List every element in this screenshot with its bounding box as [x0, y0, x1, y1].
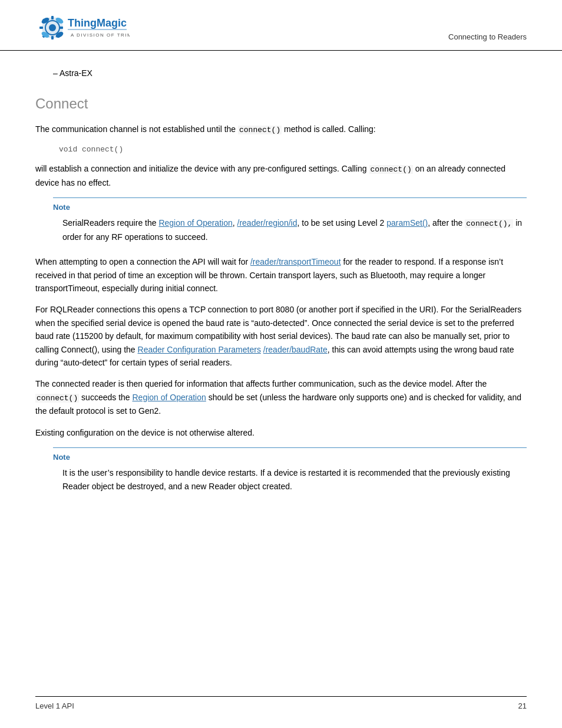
content: Astra-EX Connect The communication chann…: [0, 62, 562, 528]
note-box-1: Note SerialReaders require the Region of…: [53, 197, 527, 243]
para-connect-4: For RQLReader connections this opens a T…: [35, 303, 527, 369]
link-region-operation-1[interactable]: Region of Operation: [158, 218, 232, 228]
svg-point-2: [49, 24, 56, 31]
footer-left: Level 1 API: [35, 701, 74, 710]
note1-comma: ,: [233, 218, 237, 228]
svg-rect-6: [59, 27, 63, 29]
para5-prefix: The connected reader is then queried for…: [35, 379, 487, 388]
code-block-void-connect: void connect(): [59, 145, 527, 154]
footer-right: 21: [518, 701, 527, 710]
para2-prefix: will establish a connection and initiali…: [35, 164, 369, 173]
note-content-1: SerialReaders require the Region of Oper…: [62, 216, 527, 243]
logo-area: ThingMagic A DIVISION OF TRIMBLE: [35, 12, 130, 44]
para-connect-2: will establish a connection and initiali…: [35, 162, 527, 189]
connect-heading: Connect: [35, 95, 527, 112]
header: ThingMagic A DIVISION OF TRIMBLE Connect…: [0, 0, 562, 51]
note1-text-mid: , to be set using Level 2: [297, 218, 386, 228]
para5-mid: succeeds the: [79, 393, 132, 402]
para1-suffix: method is called. Calling:: [282, 124, 376, 134]
code-connect: connect(): [238, 126, 282, 134]
svg-rect-4: [51, 36, 54, 39]
svg-text:A DIVISION OF TRIMBLE: A DIVISION OF TRIMBLE: [71, 32, 130, 38]
footer: Level 1 API 21: [35, 696, 527, 710]
note1-text-prefix: SerialReaders require the: [62, 218, 158, 228]
para-connect-6: Existing configuration on the device is …: [35, 426, 527, 439]
para-connect-5: The connected reader is then queried for…: [35, 377, 527, 418]
note-label-2: Note: [53, 453, 527, 462]
link-paramset[interactable]: paramSet(): [386, 218, 428, 228]
note-label-1: Note: [53, 203, 527, 212]
link-reader-config-params[interactable]: Reader Configuration Parameters: [138, 345, 261, 354]
code-connect-2: connect(): [369, 165, 413, 174]
link-reader-region-id[interactable]: /reader/region/id: [237, 218, 297, 228]
bullet-astra-ex: Astra-EX: [53, 68, 527, 78]
svg-text:ThingMagic: ThingMagic: [68, 17, 127, 29]
thingmagic-logo: ThingMagic A DIVISION OF TRIMBLE: [35, 12, 130, 44]
header-title: Connecting to Readers: [448, 32, 527, 44]
para1-prefix: The communication channel is not establi…: [35, 124, 238, 134]
svg-rect-3: [51, 16, 54, 19]
para3-prefix: When attempting to open a connection the…: [35, 257, 250, 266]
note-content-2: It is the user’s responsibility to handl…: [62, 466, 527, 493]
code-connect-3: connect(),: [465, 219, 513, 228]
para-connect-1: The communication channel is not establi…: [35, 123, 527, 137]
svg-rect-5: [39, 27, 43, 29]
code-connect-4: connect(): [35, 394, 79, 403]
link-transport-timeout[interactable]: /reader/transportTimeout: [250, 257, 341, 266]
page: ThingMagic A DIVISION OF TRIMBLE Connect…: [0, 0, 562, 728]
para-connect-3: When attempting to open a connection the…: [35, 255, 527, 295]
note-box-2: Note It is the user’s responsibility to …: [53, 447, 527, 493]
note1-text-after: , after the: [428, 218, 465, 228]
link-region-operation-2[interactable]: Region of Operation: [133, 393, 206, 402]
link-reader-baudrate[interactable]: /reader/baudRate: [263, 345, 328, 354]
